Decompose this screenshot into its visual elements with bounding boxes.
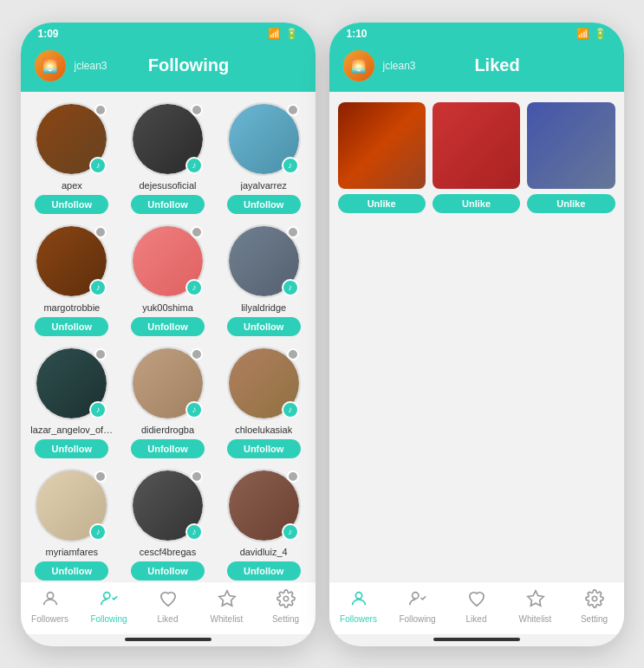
online-dot xyxy=(94,470,107,483)
nav-label-setting-right: Setting xyxy=(581,614,608,624)
header-avatar-right: 🌅 xyxy=(343,50,374,81)
unfollow-button[interactable]: Unfollow xyxy=(35,561,108,580)
unfollow-button[interactable]: Unfollow xyxy=(131,317,205,336)
status-bar-left: 1:09 📶 🔋 xyxy=(21,23,315,43)
avatar-wrapper: ♪ xyxy=(227,469,301,542)
nav-item-followers-right[interactable]: Followers xyxy=(329,589,388,624)
wifi-icon: 📶 xyxy=(268,28,281,40)
home-indicator-right xyxy=(433,638,520,641)
header-username-left: jclean3 xyxy=(75,60,107,72)
tiktok-badge: ♪ xyxy=(282,157,299,174)
user-username: didierdrogba xyxy=(141,425,194,435)
liked-card: Unlike xyxy=(338,102,426,213)
tiktok-badge: ♪ xyxy=(89,523,107,541)
online-dot xyxy=(287,226,299,238)
header-avatar-left: 🌅 xyxy=(35,50,66,81)
avatar-wrapper: ♪ xyxy=(35,347,108,420)
online-dot xyxy=(287,348,299,360)
liked-photo xyxy=(433,102,520,189)
nav-item-whitelist-left[interactable]: Whitelist xyxy=(198,589,257,624)
nav-item-following-left[interactable]: Following xyxy=(80,589,139,624)
unfollow-button[interactable]: Unfollow xyxy=(131,439,205,458)
unfollow-button[interactable]: Unfollow xyxy=(35,317,108,336)
user-username: lazar_angelov_official xyxy=(30,425,113,435)
unlike-button[interactable]: Unlike xyxy=(527,194,615,213)
user-username: yuk00shima xyxy=(142,302,193,313)
whitelist-icon-right xyxy=(526,589,545,613)
home-indicator-left xyxy=(125,638,211,641)
nav-item-setting-right[interactable]: Setting xyxy=(565,589,624,624)
unfollow-button[interactable]: Unfollow xyxy=(227,317,301,336)
unlike-button[interactable]: Unlike xyxy=(433,194,520,213)
unfollow-button[interactable]: Unfollow xyxy=(227,195,301,214)
avatar-wrapper: ♪ xyxy=(227,347,301,420)
svg-point-0 xyxy=(47,592,53,598)
liked-photo-img xyxy=(338,102,426,189)
left-phone: 1:09 📶 🔋 🌅 jclean3 Following ♪ apex Unfo… xyxy=(21,23,315,646)
unfollow-button[interactable]: Unfollow xyxy=(227,561,301,580)
nav-label-liked-right: Liked xyxy=(466,614,487,624)
nav-item-liked-right[interactable]: Liked xyxy=(447,589,506,624)
nav-item-following-right[interactable]: Following xyxy=(388,589,447,624)
time-right: 1:10 xyxy=(347,28,368,40)
tiktok-badge: ♪ xyxy=(282,279,299,296)
user-username: apex xyxy=(62,180,82,191)
nav-item-whitelist-right[interactable]: Whitelist xyxy=(506,589,565,624)
user-username: lilyaldridge xyxy=(241,302,286,313)
following-user-card: ♪ myriamfares Unfollow xyxy=(29,469,115,580)
user-username: jayalvarrez xyxy=(241,180,287,191)
user-username: cescf4bregas xyxy=(140,547,196,557)
svg-point-7 xyxy=(592,596,597,601)
header-title-right: Liked xyxy=(425,55,570,75)
liked-icon xyxy=(159,589,178,613)
nav-item-liked-left[interactable]: Liked xyxy=(139,589,198,624)
followers-icon-right xyxy=(349,589,368,613)
nav-label-followers-left: Followers xyxy=(31,614,68,624)
svg-point-5 xyxy=(412,592,418,598)
following-icon xyxy=(100,589,119,613)
following-user-card: ♪ chloelukasiak Unfollow xyxy=(221,347,307,458)
liked-photo xyxy=(338,102,426,189)
nav-label-setting-left: Setting xyxy=(272,614,299,624)
nav-item-followers-left[interactable]: Followers xyxy=(21,589,80,624)
tiktok-badge: ♪ xyxy=(282,401,299,418)
unfollow-button[interactable]: Unfollow xyxy=(227,439,301,458)
online-dot xyxy=(94,226,107,238)
status-bar-right: 1:10 📶 🔋 xyxy=(329,23,624,43)
unfollow-button[interactable]: Unfollow xyxy=(131,561,205,580)
unfollow-button[interactable]: Unfollow xyxy=(35,195,108,214)
tiktok-badge: ♪ xyxy=(89,401,107,418)
following-icon-right xyxy=(408,589,427,613)
tiktok-badge: ♪ xyxy=(185,401,203,418)
header-right: 🌅 jclean3 Liked xyxy=(329,43,624,92)
unlike-button[interactable]: Unlike xyxy=(338,194,426,213)
liked-card: Unlike xyxy=(527,102,615,213)
nav-label-whitelist-right: Whitelist xyxy=(519,614,552,624)
nav-item-setting-left[interactable]: Setting xyxy=(257,589,315,624)
unfollow-button[interactable]: Unfollow xyxy=(35,439,108,458)
nav-label-liked-left: Liked xyxy=(158,614,179,624)
tiktok-badge: ♪ xyxy=(185,157,203,174)
tiktok-badge: ♪ xyxy=(89,279,107,296)
avatar-wrapper: ♪ xyxy=(35,224,108,298)
time-left: 1:09 xyxy=(38,28,59,40)
setting-icon-right xyxy=(585,589,604,613)
liked-content: Unlike Unlike Unlike xyxy=(329,92,624,581)
svg-marker-6 xyxy=(527,590,543,605)
following-grid: ♪ apex Unfollow ♪ dejesusoficial Unfollo… xyxy=(29,102,307,580)
following-user-card: ♪ jayalvarrez Unfollow xyxy=(221,102,307,214)
header-left: 🌅 jclean3 Following xyxy=(21,43,315,92)
tiktok-badge: ♪ xyxy=(282,523,299,541)
avatar-wrapper: ♪ xyxy=(227,224,301,298)
svg-marker-2 xyxy=(218,590,234,605)
nav-label-followers-right: Followers xyxy=(340,614,377,624)
liked-icon-right xyxy=(467,589,486,613)
following-user-card: ♪ davidluiz_4 Unfollow xyxy=(221,469,307,580)
unfollow-button[interactable]: Unfollow xyxy=(131,195,205,214)
liked-photo xyxy=(527,102,615,189)
nav-label-following-left: Following xyxy=(90,614,127,624)
following-user-card: ♪ dejesusoficial Unfollow xyxy=(125,102,211,214)
following-user-card: ♪ apex Unfollow xyxy=(29,102,115,214)
header-title-left: Following xyxy=(116,55,262,75)
header-username-right: jclean3 xyxy=(383,60,416,72)
